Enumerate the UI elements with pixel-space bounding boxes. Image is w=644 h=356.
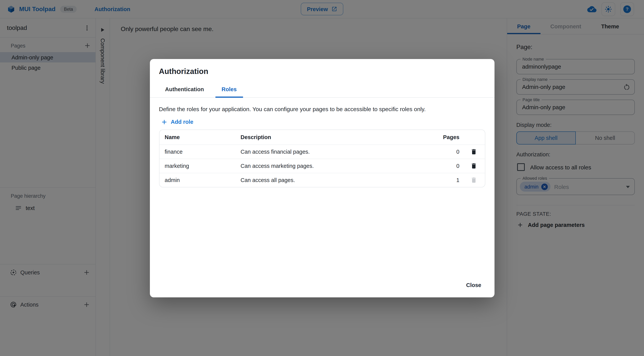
delete-role-button[interactable] (470, 148, 477, 155)
add-role-label: Add role (171, 119, 194, 125)
role-name: marketing (159, 163, 235, 169)
dialog-footer: Close (150, 273, 494, 297)
role-pages-count: 1 (435, 177, 462, 183)
plus-icon (161, 118, 167, 125)
table-row-admin: admin Can access all pages. 1 (159, 173, 485, 187)
col-header-name: Name (159, 134, 235, 140)
tab-roles[interactable]: Roles (216, 82, 243, 97)
role-pages-count: 0 (435, 163, 462, 169)
role-description: Can access financial pages. (235, 148, 435, 154)
table-row-finance: finance Can access financial pages. 0 (159, 145, 485, 159)
trash-icon (470, 162, 477, 169)
add-role-button[interactable]: Add role (159, 118, 485, 125)
roles-description: Define the roles for your application. Y… (159, 106, 485, 112)
role-description: Can access marketing pages. (235, 163, 435, 169)
delete-role-button[interactable] (470, 162, 477, 169)
table-header-row: Name Description Pages (159, 130, 485, 145)
dialog-content: Define the roles for your application. Y… (150, 98, 494, 273)
dialog-tabs: Authentication Roles (150, 82, 494, 98)
role-pages-count: 0 (435, 148, 462, 154)
role-description: Can access all pages. (235, 177, 435, 183)
delete-role-button-disabled (470, 176, 477, 183)
toolpad-editor: MUI Toolpad Beta Authorization Preview (0, 0, 644, 356)
trash-icon (470, 176, 477, 183)
role-name: admin (159, 177, 235, 183)
tab-authentication[interactable]: Authentication (159, 82, 210, 97)
trash-icon (470, 148, 477, 155)
table-row-marketing: marketing Can access marketing pages. 0 (159, 159, 485, 173)
roles-table: Name Description Pages finance Can acces… (159, 129, 485, 187)
dialog-title: Authorization (150, 59, 494, 82)
role-name: finance (159, 148, 235, 154)
authorization-dialog: Authorization Authentication Roles Defin… (150, 59, 494, 297)
close-button[interactable]: Close (462, 279, 485, 291)
col-header-description: Description (235, 134, 435, 140)
col-header-pages: Pages (435, 134, 462, 140)
